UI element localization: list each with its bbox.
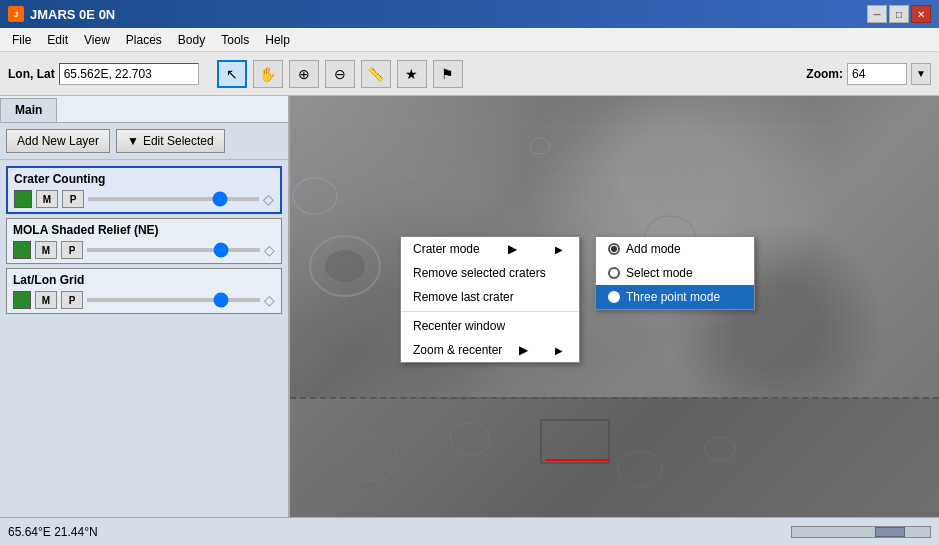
ctx-crater-mode[interactable]: Crater mode ▶ xyxy=(401,237,579,261)
menu-view[interactable]: View xyxy=(76,31,118,49)
map-bottom-strip xyxy=(290,397,939,517)
scroll-track[interactable] xyxy=(791,526,931,538)
menu-help[interactable]: Help xyxy=(257,31,298,49)
toolbar: Lon, Lat ↖ ✋ ⊕ ⊖ 📏 ★ ⚑ Zoom: ▼ xyxy=(0,52,939,96)
svg-point-4 xyxy=(530,138,550,154)
submenu-select-mode[interactable]: Select mode xyxy=(596,261,754,285)
edit-selected-button[interactable]: ▼ Edit Selected xyxy=(116,129,225,153)
layer-name-crater: Crater Counting xyxy=(14,172,274,186)
menu-body[interactable]: Body xyxy=(170,31,213,49)
zoom-dropdown-button[interactable]: ▼ xyxy=(911,63,931,85)
menu-tools[interactable]: Tools xyxy=(213,31,257,49)
coord-label: Lon, Lat xyxy=(8,67,55,81)
minimize-button[interactable]: ─ xyxy=(867,5,887,23)
maximize-button[interactable]: □ xyxy=(889,5,909,23)
ctx-recenter-window[interactable]: Recenter window xyxy=(401,314,579,338)
submenu-add-mode[interactable]: Add mode xyxy=(596,237,754,261)
layer-p-button-mola[interactable]: P xyxy=(61,241,83,259)
window-controls: ─ □ ✕ xyxy=(867,5,931,23)
dropdown-icon: ▼ xyxy=(127,134,139,148)
red-line-indicator xyxy=(545,459,610,461)
edit-selected-label: Edit Selected xyxy=(143,134,214,148)
layer-name-mola: MOLA Shaded Relief (NE) xyxy=(13,223,275,237)
coordinate-box: Lon, Lat xyxy=(8,63,199,85)
color-swatch-latlon[interactable] xyxy=(13,291,31,309)
tab-bar: Main xyxy=(0,96,288,123)
submenu-three-point-mode[interactable]: Three point mode xyxy=(596,285,754,309)
menu-edit[interactable]: Edit xyxy=(39,31,76,49)
zoom-out-button[interactable]: ⊖ xyxy=(325,60,355,88)
svg-point-2 xyxy=(293,178,337,214)
layer-m-button-crater[interactable]: M xyxy=(36,190,58,208)
cursor-icon: ↖ xyxy=(226,66,238,82)
select-tool-button[interactable]: ↖ xyxy=(217,60,247,88)
flag-button[interactable]: ⚑ xyxy=(433,60,463,88)
layers-list: Crater Counting M P ◇ MOLA Shaded Relief… xyxy=(0,160,288,517)
mini-terrain-svg xyxy=(290,399,939,517)
zoom-label: Zoom: xyxy=(806,67,843,81)
ctx-zoom-recenter[interactable]: Zoom & recenter ▶ xyxy=(401,338,579,362)
close-button[interactable]: ✕ xyxy=(911,5,931,23)
color-swatch-crater[interactable] xyxy=(14,190,32,208)
ctx-remove-selected[interactable]: Remove selected craters xyxy=(401,261,579,285)
main-content: Main Add New Layer ▼ Edit Selected Crate… xyxy=(0,96,939,517)
menu-places[interactable]: Places xyxy=(118,31,170,49)
ruler-icon: 📏 xyxy=(367,66,384,82)
radio-add-mode xyxy=(608,243,620,255)
layer-toolbar: Add New Layer ▼ Edit Selected xyxy=(0,123,288,160)
svg-point-9 xyxy=(342,437,398,481)
ctx-remove-last[interactable]: Remove last crater xyxy=(401,285,579,309)
diamond-icon-mola: ◇ xyxy=(264,242,275,258)
zoom-in-icon: ⊕ xyxy=(298,66,310,82)
scroll-thumb[interactable] xyxy=(875,527,905,537)
layer-opacity-mola[interactable] xyxy=(87,248,260,252)
hand-icon: ✋ xyxy=(259,66,276,82)
layer-p-button-latlon[interactable]: P xyxy=(61,291,83,309)
coord-input[interactable] xyxy=(59,63,199,85)
zoom-in-button[interactable]: ⊕ xyxy=(289,60,319,88)
diamond-icon-crater: ◇ xyxy=(263,191,274,207)
svg-point-11 xyxy=(618,451,662,487)
layer-controls-crater: M P ◇ xyxy=(14,190,274,208)
svg-point-3 xyxy=(405,174,435,198)
zoom-area: Zoom: ▼ xyxy=(806,63,931,85)
pan-tool-button[interactable]: ✋ xyxy=(253,60,283,88)
layer-p-button-crater[interactable]: P xyxy=(62,190,84,208)
app-icon: J xyxy=(8,6,24,22)
layer-opacity-crater[interactable] xyxy=(88,197,259,201)
bookmark-button[interactable]: ★ xyxy=(397,60,427,88)
layer-item-crater-counting[interactable]: Crater Counting M P ◇ xyxy=(6,166,282,214)
layer-opacity-latlon[interactable] xyxy=(87,298,260,302)
layer-m-button-latlon[interactable]: M xyxy=(35,291,57,309)
status-bar: 65.64°E 21.44°N xyxy=(0,517,939,545)
tab-main[interactable]: Main xyxy=(0,98,57,122)
menu-file[interactable]: File xyxy=(4,31,39,49)
diamond-icon-latlon: ◇ xyxy=(264,292,275,308)
radio-select-mode xyxy=(608,267,620,279)
layer-m-button-mola[interactable]: M xyxy=(35,241,57,259)
menu-bar: File Edit View Places Body Tools Help xyxy=(0,28,939,52)
layer-item-mola[interactable]: MOLA Shaded Relief (NE) M P ◇ xyxy=(6,218,282,264)
ruler-button[interactable]: 📏 xyxy=(361,60,391,88)
submenu: Add mode Select mode Three point mode xyxy=(595,236,755,310)
zoom-out-icon: ⊖ xyxy=(334,66,346,82)
title-bar: J JMARS 0E 0N ─ □ ✕ xyxy=(0,0,939,28)
radio-three-point xyxy=(608,291,620,303)
layer-item-latlon[interactable]: Lat/Lon Grid M P ◇ xyxy=(6,268,282,314)
zoom-input[interactable] xyxy=(847,63,907,85)
mini-map-rectangle xyxy=(540,419,610,464)
left-panel: Main Add New Layer ▼ Edit Selected Crate… xyxy=(0,96,290,517)
add-new-layer-button[interactable]: Add New Layer xyxy=(6,129,110,153)
color-swatch-mola[interactable] xyxy=(13,241,31,259)
flag-icon: ⚑ xyxy=(441,66,454,82)
map-area[interactable]: Crater mode ▶ Remove selected craters Re… xyxy=(290,96,939,517)
layer-controls-latlon: M P ◇ xyxy=(13,291,275,309)
window-title: JMARS 0E 0N xyxy=(30,7,115,22)
star-icon: ★ xyxy=(405,66,418,82)
status-coords: 65.64°E 21.44°N xyxy=(8,525,98,539)
layer-name-latlon: Lat/Lon Grid xyxy=(13,273,275,287)
svg-point-12 xyxy=(705,437,735,461)
svg-point-1 xyxy=(325,250,365,282)
ctx-divider xyxy=(401,311,579,312)
svg-point-10 xyxy=(450,423,490,455)
